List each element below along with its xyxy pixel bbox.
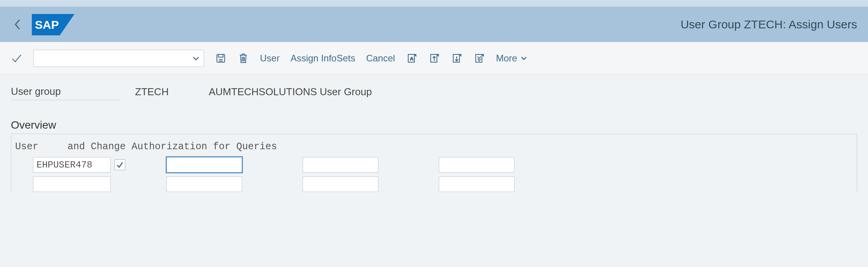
page-first-icon[interactable]: [406, 52, 418, 64]
confirm-check-icon[interactable]: [11, 52, 23, 64]
query-field-2[interactable]: [303, 157, 378, 173]
cancel-button[interactable]: Cancel: [366, 53, 395, 64]
user-field[interactable]: [33, 157, 111, 173]
user-button-label: User: [260, 53, 280, 64]
user-group-label: User group: [11, 86, 120, 100]
query-field-1[interactable]: [166, 176, 242, 192]
toolbar: User Assign InfoSets Cancel More: [0, 42, 868, 75]
overview-grid-header: User and Change Authorization for Querie…: [15, 141, 853, 152]
overview-section-label: Overview: [11, 119, 857, 131]
page-up-icon[interactable]: [428, 52, 440, 64]
cancel-label: Cancel: [366, 53, 395, 64]
query-field-2[interactable]: [303, 176, 378, 192]
user-field[interactable]: [33, 176, 111, 192]
assign-infosets-label: Assign InfoSets: [291, 53, 355, 64]
content-area: User group ZTECH AUMTECHSOLUTIONS User G…: [0, 75, 868, 192]
user-group-description: AUMTECHSOLUTIONS User Group: [209, 86, 372, 100]
more-menu[interactable]: More: [496, 53, 527, 64]
query-field-3[interactable]: [439, 157, 515, 173]
delete-icon[interactable]: [237, 52, 249, 64]
svg-rect-3: [218, 54, 223, 57]
table-row: [15, 176, 853, 192]
back-button[interactable]: [11, 18, 24, 31]
table-row: [15, 157, 853, 173]
page-title: User Group ZTECH: Assign Users: [681, 18, 857, 31]
command-dropdown[interactable]: [33, 50, 204, 67]
chevron-down-icon: [192, 56, 200, 61]
user-group-row: User group ZTECH AUMTECHSOLUTIONS User G…: [11, 86, 857, 100]
overview-box: User and Change Authorization for Querie…: [11, 134, 857, 192]
svg-text:SAP: SAP: [35, 18, 59, 31]
sap-logo: SAP: [32, 14, 74, 35]
query-field-3[interactable]: [439, 176, 515, 192]
chevron-down-icon: [520, 56, 527, 61]
assign-infosets-button[interactable]: Assign InfoSets: [291, 53, 355, 64]
user-button[interactable]: User: [260, 53, 280, 64]
header-bar: SAP User Group ZTECH: Assign Users: [0, 7, 868, 42]
more-label: More: [496, 53, 517, 64]
page-last-icon[interactable]: [473, 52, 485, 64]
top-menu-strip: [0, 0, 868, 7]
user-group-value: ZTECH: [135, 86, 193, 100]
page-down-icon[interactable]: [451, 52, 463, 64]
save-icon[interactable]: [215, 52, 227, 64]
auth-checkbox[interactable]: [114, 159, 125, 170]
query-field-1[interactable]: [166, 157, 242, 173]
